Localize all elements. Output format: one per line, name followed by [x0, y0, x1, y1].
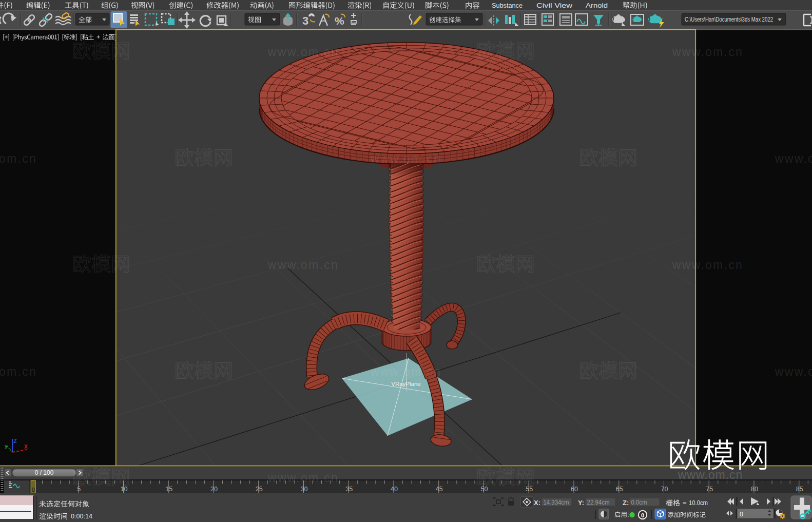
svg-text:85: 85	[796, 486, 803, 493]
svg-text:www.om.cn: www.om.cn	[678, 468, 743, 481]
svg-text:14.334cm: 14.334cm	[544, 499, 569, 506]
svg-text:0.0cm: 0.0cm	[631, 499, 647, 506]
svg-text:5: 5	[77, 486, 81, 493]
svg-text:www.om.cn: www.om.cn	[775, 152, 812, 165]
svg-text:www.om.cn: www.om.cn	[267, 45, 339, 59]
svg-text:0: 0	[740, 511, 743, 518]
svg-text:www.om.cn: www.om.cn	[0, 365, 37, 378]
svg-text:0 / 100: 0 / 100	[35, 469, 54, 476]
svg-text:C:\Users\Han\Documents\3ds Max: C:\Users\Han\Documents\3ds Max 2022	[685, 16, 773, 23]
svg-text:0:00:14: 0:00:14	[71, 512, 92, 520]
svg-text:45: 45	[436, 486, 443, 493]
svg-text:www.om.cn: www.om.cn	[775, 365, 812, 378]
svg-text:%: %	[335, 15, 344, 27]
svg-text:www.om.cn: www.om.cn	[370, 152, 441, 165]
svg-text:70: 70	[661, 486, 668, 493]
svg-text:www.om.cn: www.om.cn	[672, 258, 743, 272]
svg-text:10.0cm: 10.0cm	[689, 499, 708, 507]
svg-text:Z:: Z:	[623, 499, 629, 507]
svg-text:www.om.cn: www.om.cn	[370, 365, 441, 378]
svg-text:75: 75	[706, 486, 713, 493]
svg-text:30: 30	[301, 486, 308, 493]
svg-text:20: 20	[210, 486, 218, 493]
svg-text:10: 10	[121, 486, 128, 493]
svg-text:www.om.cn: www.om.cn	[672, 45, 743, 59]
svg-text:15: 15	[165, 486, 172, 493]
svg-text:VRayPlane: VRayPlane	[391, 381, 421, 387]
svg-text:Y:: Y:	[578, 499, 584, 507]
svg-text:www.om.cn: www.om.cn	[267, 258, 339, 272]
svg-text:40: 40	[391, 486, 398, 493]
svg-text:60: 60	[571, 486, 578, 493]
svg-text:=: =	[683, 499, 687, 507]
svg-text:www.om.cn: www.om.cn	[0, 152, 37, 165]
svg-text:50: 50	[481, 486, 488, 493]
svg-text:X: X	[24, 444, 28, 450]
svg-text:Civil View: Civil View	[536, 2, 573, 9]
svg-text:X:: X:	[534, 499, 540, 507]
svg-text:0: 0	[32, 487, 35, 493]
svg-text:www.om.cn: www.om.cn	[267, 471, 339, 485]
svg-text:22.94cm: 22.94cm	[587, 499, 610, 506]
svg-text:55: 55	[526, 486, 533, 493]
svg-text:80: 80	[751, 486, 758, 493]
svg-text:65: 65	[616, 486, 623, 493]
svg-text:y: y	[5, 443, 8, 449]
svg-text:0: 0	[641, 512, 644, 518]
svg-text:3: 3	[302, 14, 308, 27]
svg-text:25: 25	[256, 486, 263, 493]
svg-text:35: 35	[345, 486, 353, 493]
svg-text:Z: Z	[14, 438, 17, 444]
svg-text:Substance: Substance	[492, 2, 523, 9]
svg-text:Arnold: Arnold	[586, 2, 608, 9]
